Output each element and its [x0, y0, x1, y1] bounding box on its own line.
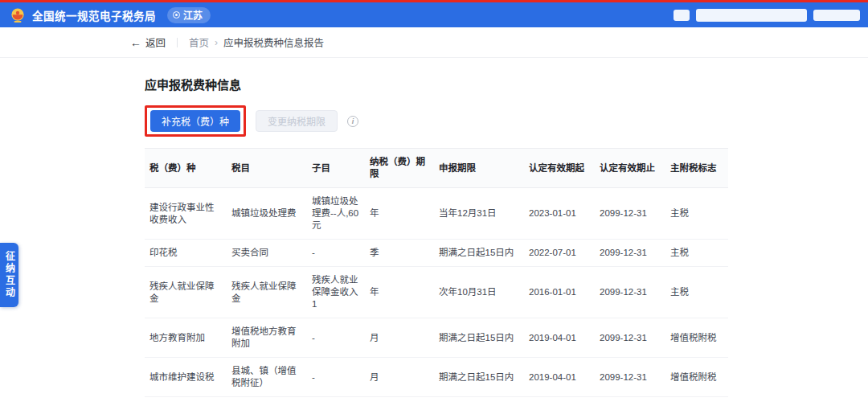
table-cell: 期满之日起15日内: [434, 397, 524, 402]
table-row: 其他收入工会经费工会经费 0.8%季期满之日起15日内2025-04-01209…: [145, 397, 728, 402]
tax-table: 税（费）种税目子目纳税（费）期限申报期限认定有效期起认定有效期止主附税标志 建设…: [145, 148, 728, 402]
table-cell: 季: [365, 240, 434, 267]
change-deadline-button: 变更纳税期限: [256, 110, 338, 132]
table-cell: 主税: [665, 188, 728, 240]
table-cell: 主税: [665, 397, 728, 402]
table-cell: 2099-12-31: [595, 397, 665, 402]
table-cell: 2019-04-01: [524, 318, 595, 358]
tax-bureau-logo-icon: [10, 7, 26, 23]
table-cell: 当年12月31日: [434, 188, 524, 240]
table-cell: 买卖合同: [227, 240, 307, 267]
toolbar: 补充税（费）种 变更纳税期限 i: [145, 105, 728, 137]
breadcrumb-separator-icon: ›: [215, 37, 218, 48]
breadcrumb-current: 应申报税费种信息报告: [223, 35, 324, 50]
annotation-red-box: 补充税（费）种: [145, 105, 246, 137]
table-cell: 期满之日起15日内: [434, 358, 524, 397]
table-cell: 次年10月31日: [434, 267, 524, 318]
region-badge[interactable]: 江苏: [167, 7, 211, 23]
table-cell: -: [307, 318, 365, 358]
table-header-row: 税（费）种税目子目纳税（费）期限申报期限认定有效期起认定有效期止主附税标志: [145, 149, 728, 188]
table-cell: 残疾人就业保障金: [227, 267, 307, 318]
table-cell: -: [307, 240, 365, 267]
redacted-block: [674, 10, 690, 21]
table-cell: 2099-12-31: [595, 240, 665, 267]
table-cell: 印花税: [145, 240, 227, 267]
region-label: 江苏: [183, 8, 203, 22]
page-title: 应申报税费种信息: [145, 58, 728, 105]
table-cell: 2099-12-31: [595, 318, 665, 358]
table-cell: 2023-01-01: [524, 188, 595, 240]
annotation-line-top: [0, 0, 868, 2]
column-header: 税（费）种: [145, 149, 227, 188]
app-title: 全国统一规范电子税务局: [32, 7, 156, 23]
supplement-tax-button[interactable]: 补充税（费）种: [150, 110, 240, 132]
column-header: 子目: [307, 149, 365, 188]
table-cell: 增值税附税: [665, 318, 728, 358]
table-row: 残疾人就业保障金残疾人就业保障金残疾人就业保障金收入1年次年10月31日2016…: [145, 267, 728, 318]
table-cell: 月: [365, 318, 434, 358]
table-row: 建设行政事业性收费收入城镇垃圾处理费城镇垃圾处理费--人,60元年当年12月31…: [145, 188, 728, 240]
back-label: 返回: [145, 35, 166, 50]
table-row: 印花税买卖合同-季期满之日起15日内2022-07-012099-12-31主税: [145, 240, 728, 267]
column-header: 认定有效期止: [595, 149, 665, 188]
table-row: 地方教育附加增值税地方教育附加-月期满之日起15日内2019-04-012099…: [145, 318, 728, 358]
redacted-block: [813, 10, 860, 21]
breadcrumb-home[interactable]: 首页: [189, 35, 209, 50]
table-cell: 城市维护建设税: [145, 358, 227, 397]
table-cell: 城镇垃圾处理费--人,60元: [307, 188, 365, 240]
main-content: 应申报税费种信息 补充税（费）种 变更纳税期限 i 税（费）种税目子目纳税（费）…: [145, 58, 728, 402]
table-cell: 增值税地方教育附加: [227, 318, 307, 358]
table-cell: 2025-04-01: [524, 397, 595, 402]
table-cell: 2016-01-01: [524, 267, 595, 318]
table-cell: 残疾人就业保障金: [145, 267, 227, 318]
interaction-side-tab[interactable]: 征纳互动: [0, 243, 18, 307]
table-row: 城市维护建设税县城、镇（增值税附征）-月期满之日起15日内2019-04-012…: [145, 358, 728, 397]
info-icon[interactable]: i: [347, 116, 358, 127]
table-body: 建设行政事业性收费收入城镇垃圾处理费城镇垃圾处理费--人,60元年当年12月31…: [145, 188, 728, 402]
table-cell: 月: [365, 358, 434, 397]
table-cell: 主税: [665, 267, 728, 318]
table-cell: 工会经费: [227, 397, 307, 402]
column-header: 申报期限: [434, 149, 524, 188]
table-cell: 2022-07-01: [524, 240, 595, 267]
table-cell: 年: [365, 267, 434, 318]
redacted-block: [696, 9, 807, 22]
table-cell: 年: [365, 188, 434, 240]
table-cell: 县城、镇（增值税附征）: [227, 358, 307, 397]
table-cell: 工会经费 0.8%: [307, 397, 365, 402]
location-icon: [173, 11, 180, 18]
back-button[interactable]: ← 返回: [130, 35, 166, 50]
table-cell: 残疾人就业保障金收入1: [307, 267, 365, 318]
table-cell: 建设行政事业性收费收入: [145, 188, 227, 240]
table-cell: 地方教育附加: [145, 318, 227, 358]
back-arrow-icon: ←: [130, 37, 141, 48]
table-cell: 城镇垃圾处理费: [227, 188, 307, 240]
column-header: 税目: [227, 149, 307, 188]
table-cell: 2099-12-31: [595, 267, 665, 318]
table-cell: 期满之日起15日内: [434, 318, 524, 358]
side-tab-label: 征纳互动: [5, 251, 14, 299]
table-cell: 2099-12-31: [595, 358, 665, 397]
table-cell: -: [307, 358, 365, 397]
table-cell: 2019-04-01: [524, 358, 595, 397]
table-cell: 其他收入: [145, 397, 227, 402]
column-header: 主附税标志: [665, 149, 728, 188]
redacted-user-info: [674, 9, 860, 22]
top-header: 全国统一规范电子税务局 江苏: [0, 2, 868, 27]
table-cell: 期满之日起15日内: [434, 240, 524, 267]
column-header: 认定有效期起: [524, 149, 595, 188]
table-cell: 季: [365, 397, 434, 402]
table-cell: 增值税附税: [665, 358, 728, 397]
breadcrumb-divider: [177, 38, 178, 47]
table-cell: 2099-12-31: [595, 188, 665, 240]
breadcrumb-bar: ← 返回 首页 › 应申报税费种信息报告: [0, 27, 868, 58]
column-header: 纳税（费）期限: [365, 149, 434, 188]
table-cell: 主税: [665, 240, 728, 267]
